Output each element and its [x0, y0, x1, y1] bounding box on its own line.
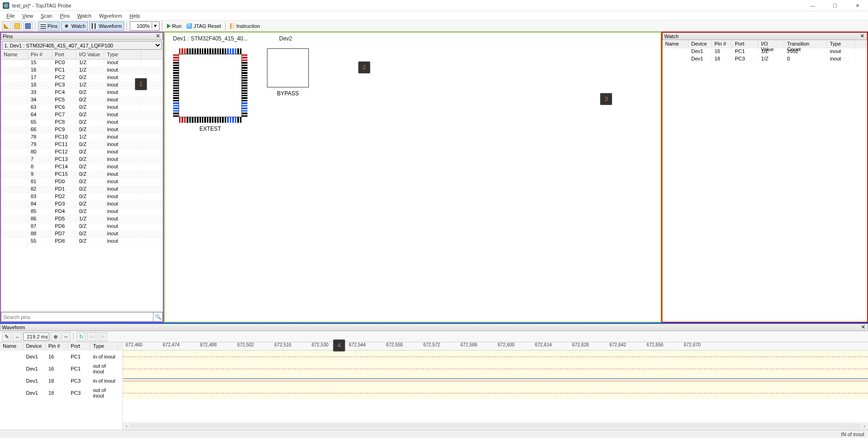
table-row[interactable]: 81PD00/Zinout [1, 179, 163, 186]
table-row[interactable]: Dev118PC31/Z0inout [662, 56, 867, 63]
wave-plus-button[interactable]: ⊕ [51, 332, 60, 341]
badge-3: 3 [600, 93, 612, 105]
watch-table-header: Name Device Pin # Port I/O Value Transit… [662, 40, 867, 48]
table-row[interactable]: 9PC150/Zinout [1, 171, 163, 179]
badge-1: 1 [135, 78, 147, 90]
table-row[interactable]: 15PC01/Zinout [1, 60, 163, 67]
status-text: IN of inout [841, 431, 864, 437]
list-item[interactable]: Dev116PC1in of inout [0, 351, 122, 363]
waveform-panel-header: Waveform ✕ [0, 324, 868, 331]
wave-refresh-button[interactable]: ↻ [76, 332, 86, 341]
table-row[interactable]: 87PD60/Zinout [1, 223, 163, 231]
table-row[interactable]: 34PC50/Zinout [1, 97, 163, 104]
list-item[interactable]: Dev116PC1out of inout [0, 363, 122, 375]
window-title: test_prj* - TopJTAG Probe [12, 3, 805, 8]
panel-toggle-pins[interactable]: Pins [38, 21, 60, 31]
pins-panel-close-icon[interactable]: ✕ [154, 33, 161, 40]
badge-2: 2 [358, 61, 370, 73]
menubar: File View Scan Pins Watch Waveform Help [0, 11, 868, 20]
table-row[interactable]: 79PC110/Zinout [1, 141, 163, 149]
device2-chip[interactable] [267, 48, 309, 87]
wave-next-button[interactable]: ⇨ [98, 332, 107, 341]
menu-help[interactable]: Help [126, 12, 144, 20]
list-item[interactable]: Dev118PC3out of inout [0, 387, 122, 399]
pins-panel: Pins ✕ 1. Dev1 : STM32F405_415_407_417_L… [0, 32, 164, 323]
toolbar: Pins Watch Waveform ▾ Run JTAG Reset Ins… [0, 20, 868, 32]
open-button[interactable] [13, 21, 22, 31]
menu-view[interactable]: View [19, 12, 37, 20]
table-row[interactable]: 84PD30/Zinout [1, 201, 163, 208]
zoom-input[interactable] [130, 22, 152, 30]
panel-toggle-watch[interactable]: Watch [61, 21, 88, 31]
waveform-plot-area[interactable]: 672,460672,474672,488672,502672,516672,5… [123, 342, 868, 430]
table-row[interactable]: 78PC101/Zinout [1, 134, 163, 141]
waveform-signal-list: Name Device Pin # Port Type Dev116PC1in … [0, 342, 123, 430]
list-item[interactable]: Dev118PC3in of inout [0, 375, 122, 387]
schematic-panel[interactable]: Dev1 : STM32F405_415_40... Dev2 EXTEST B… [164, 32, 661, 323]
badge-4: 4 [333, 339, 345, 352]
device-select[interactable]: 1. Dev1 : STM32F405_415_407_417_LQFP100 [2, 41, 162, 50]
wave-time-input[interactable] [23, 332, 49, 341]
scroll-right-icon[interactable]: › [861, 423, 868, 429]
minimize-button[interactable]: — [805, 1, 821, 10]
scroll-left-icon[interactable]: ‹ [123, 423, 130, 429]
table-row[interactable]: Dev116PC11/Z2552inout [662, 48, 867, 56]
search-icon[interactable]: 🔍 [154, 312, 163, 322]
save-button[interactable] [23, 21, 33, 31]
table-row[interactable]: 82PD10/Zinout [1, 186, 163, 193]
table-row[interactable]: 7PC130/Zinout [1, 156, 163, 164]
waveform-panel: Waveform ✕ ✎ – ⊕ ↔ ↻ ⇦ ⇨ Name Device [0, 323, 868, 430]
zoom-dropdown-arrow[interactable]: ▾ [152, 23, 159, 29]
watch-panel-header: Watch ✕ [662, 33, 867, 40]
wave-minus-button[interactable]: – [13, 332, 22, 341]
table-row[interactable]: 55PD80/Zinout [1, 238, 163, 246]
zoom-combo[interactable]: ▾ [130, 21, 160, 31]
watch-panel: Watch ✕ Name Device Pin # Port I/O Value… [661, 32, 868, 323]
wave-cursor-button[interactable]: ✎ [2, 332, 11, 341]
waveform-toolbar: ✎ – ⊕ ↔ ↻ ⇦ ⇨ [0, 331, 868, 342]
menu-file[interactable]: File [3, 12, 19, 20]
device1-label: Dev1 : STM32F405_415_40... [173, 35, 248, 42]
waveform-hscroll[interactable]: ‹ › [123, 422, 868, 430]
watch-panel-close-icon[interactable]: ✕ [859, 33, 865, 40]
wave-prev-button[interactable]: ⇦ [87, 332, 96, 341]
status-bar: IN of inout [0, 430, 868, 438]
panel-toggle-waveform[interactable]: Waveform [89, 21, 124, 31]
run-button[interactable]: Run [165, 21, 183, 31]
table-row[interactable]: 63PC60/Zinout [1, 104, 163, 112]
instruction-button[interactable]: Instruction [228, 21, 262, 31]
pins-table-body[interactable]: 15PC01/Zinout16PC11/Zinout17PC20/Zinout1… [1, 60, 163, 312]
device2-mode-label: BYPASS [267, 90, 309, 97]
table-row[interactable]: 80PC120/Zinout [1, 149, 163, 156]
device2-label: Dev2 [279, 35, 292, 42]
wave-fit-button[interactable]: ↔ [61, 332, 71, 341]
waveform-panel-close-icon[interactable]: ✕ [860, 324, 866, 331]
table-row[interactable]: 65PC80/Zinout [1, 119, 163, 126]
jtag-reset-button[interactable]: JTAG Reset [185, 21, 223, 31]
menu-watch[interactable]: Watch [73, 12, 95, 20]
menu-waveform[interactable]: Waveform [95, 12, 126, 20]
device1-chip[interactable] [173, 48, 247, 123]
search-input[interactable] [1, 312, 154, 322]
table-row[interactable]: 64PC70/Zinout [1, 112, 163, 119]
maximize-button[interactable]: ☐ [827, 1, 843, 10]
table-row[interactable]: 16PC11/Zinout [1, 67, 163, 74]
table-row[interactable]: 66PC90/Zinout [1, 126, 163, 134]
pins-table-header: Name Pin # Port I/O Value Type [1, 50, 163, 60]
app-icon [3, 2, 9, 9]
table-row[interactable]: 33PC40/Zinout [1, 89, 163, 97]
menu-scan[interactable]: Scan [37, 12, 56, 20]
pins-panel-header: Pins ✕ [1, 33, 163, 40]
titlebar: test_prj* - TopJTAG Probe — ☐ ✕ [0, 0, 868, 11]
table-row[interactable]: 83PD20/Zinout [1, 193, 163, 201]
watch-table-body[interactable]: Dev116PC11/Z2552inoutDev118PC31/Z0inout [662, 48, 867, 322]
new-button[interactable] [2, 21, 11, 31]
table-row[interactable]: 85PD40/Zinout [1, 208, 163, 216]
close-button[interactable]: ✕ [849, 1, 865, 10]
device1-mode-label: EXTEST [173, 126, 247, 132]
menu-pins[interactable]: Pins [56, 12, 73, 20]
table-row[interactable]: 8PC140/Zinout [1, 164, 163, 171]
table-row[interactable]: 86PD51/Zinout [1, 216, 163, 223]
table-row[interactable]: 88PD70/Zinout [1, 231, 163, 238]
